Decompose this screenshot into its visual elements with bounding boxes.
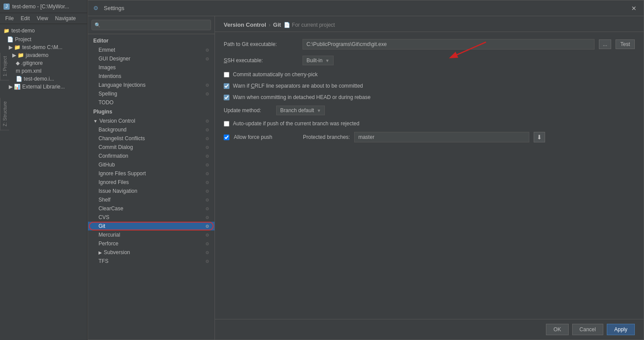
search-input[interactable] [91, 20, 211, 30]
apply-button[interactable]: Apply [607, 324, 635, 335]
testdemo-label: ▶ 📁 test-demo C:\M... [9, 44, 63, 50]
project-icon: 📄 [284, 22, 290, 28]
tree-item-images[interactable]: Images [88, 63, 215, 72]
path-input[interactable] [303, 39, 595, 50]
tree-item-github[interactable]: GitHub ⚙ [88, 160, 215, 169]
tree-item-confirmation[interactable]: Confirmation ⚙ [88, 152, 215, 160]
tree-item-cvs[interactable]: CVS ⚙ [88, 213, 215, 222]
update-method-row: Update method: Branch default ▼ [224, 106, 635, 115]
tree-item-shelf[interactable]: Shelf ⚙ [88, 195, 215, 204]
ssh-dropdown[interactable]: Built-in ▼ [303, 56, 334, 65]
close-button[interactable]: ✕ [630, 4, 638, 13]
detached-head-label[interactable]: Warn when committing in detached HEAD or… [233, 94, 370, 100]
project-item-javademo[interactable]: ▶ 📁 javademo [0, 51, 87, 59]
tree-item-spelling[interactable]: Spelling ⚙ [88, 89, 215, 98]
protected-branches-input[interactable] [354, 132, 529, 142]
breadcrumb-separator: › [269, 22, 271, 28]
project-item-project[interactable]: 📄 Project [0, 35, 87, 43]
crlf-checkbox[interactable] [224, 83, 229, 89]
gh-settings-icon: ⚙ [205, 163, 209, 167]
tree-item-todo[interactable]: TODO [88, 98, 215, 107]
cvs-settings-icon: ⚙ [205, 215, 209, 220]
tree-item-ignored-files[interactable]: Ignored Files ⚙ [88, 178, 215, 187]
ide-title-text: test-demo - [C:\MyWor... [12, 4, 69, 10]
ellipsis-button[interactable]: ... [599, 39, 611, 49]
tree-item-subversion[interactable]: ▶ Subversion ⚙ [88, 248, 215, 257]
cherry-pick-row: Commit automatically on cherry-pick [224, 71, 635, 78]
protected-branches-button[interactable]: ⬇ [534, 132, 545, 142]
in-settings-icon: ⚙ [205, 189, 209, 194]
test-button[interactable]: Test [616, 39, 635, 49]
tree-item-git[interactable]: Git ⚙ [88, 222, 215, 230]
cd-settings-icon: ⚙ [205, 145, 209, 150]
tree-item-commit-dialog[interactable]: Commit Dialog ⚙ [88, 143, 215, 152]
side-tab-project[interactable]: 1: Project [0, 53, 9, 80]
path-label: Path to Git executable: [224, 41, 298, 47]
pom-label: m pom.xml [16, 68, 42, 74]
conf-settings-icon: ⚙ [205, 154, 209, 159]
tree-item-gui-designer[interactable]: GUI Designer ⚙ [88, 54, 215, 63]
li-settings-icon: ⚙ [205, 83, 209, 88]
tree-item-language-injections[interactable]: Language Injections ⚙ [88, 81, 215, 89]
auto-update-row: Auto-update if push of the current branc… [224, 120, 635, 127]
tree-item-tfs[interactable]: TFS ⚙ [88, 257, 215, 266]
tree-item-clearcase[interactable]: ClearCase ⚙ [88, 204, 215, 213]
tree-item-perforce[interactable]: Perforce ⚙ [88, 239, 215, 248]
project-item-testdemoi[interactable]: 📄 test-demo.i... [0, 75, 87, 83]
project-item-pom[interactable]: m pom.xml [0, 67, 87, 75]
project-label: 📄 Project [7, 36, 32, 42]
settings-left-panel: 🔍 Editor Emmet ⚙ GUI Designer ⚙ Images [88, 16, 215, 340]
git-item-wrapper: Git ⚙ [88, 222, 215, 230]
tree-item-mercurial[interactable]: Mercurial ⚙ [88, 230, 215, 239]
tree-item-issue-navigation[interactable]: Issue Navigation ⚙ [88, 187, 215, 195]
gitignore-label: ◆ .gitignore [16, 60, 43, 66]
settings-dialog: ⚙ Settings ✕ 🔍 Editor Emmet ⚙ GUI D [88, 0, 644, 340]
project-item-ext[interactable]: ▶ 📊 External Librarie... [0, 83, 87, 91]
tree-item-changelist-conflicts[interactable]: Changelist Conflicts ⚙ [88, 134, 215, 143]
bg-settings-icon: ⚙ [205, 128, 209, 132]
editor-section-header: Editor [88, 36, 215, 46]
cherry-pick-checkbox[interactable] [224, 72, 229, 78]
force-push-row: Allow force push Protected branches: ⬇ [224, 132, 635, 142]
auto-update-checkbox[interactable] [224, 121, 229, 127]
project-name: test-demo [11, 28, 35, 34]
tree-item-intentions[interactable]: Intentions [88, 72, 215, 81]
breadcrumb-current: Git [273, 21, 281, 28]
auto-update-label[interactable]: Auto-update if push of the current branc… [233, 120, 359, 127]
ok-button[interactable]: OK [546, 324, 568, 335]
tree-item-ignore-files[interactable]: Ignore Files Support ⚙ [88, 169, 215, 178]
git-path-row: Path to Git executable: ... Test [224, 39, 635, 50]
tree-item-background[interactable]: Background ⚙ [88, 125, 215, 134]
force-push-checkbox[interactable] [224, 135, 229, 140]
dialog-title-bar: ⚙ Settings ✕ [88, 0, 644, 16]
project-header: 📁 test-demo [0, 26, 87, 35]
crlf-row: Warn if CRLF line separators are about t… [224, 83, 635, 89]
menu-navigate[interactable]: Navigate [52, 14, 79, 22]
search-bar: 🔍 [88, 16, 215, 34]
force-push-label[interactable]: Allow force push [234, 134, 272, 140]
content-body: Path to Git executable: ... Test SSH exe… [215, 32, 644, 319]
protected-branches-label: Protected branches: [303, 134, 350, 140]
svn-settings-icon: ⚙ [205, 250, 209, 255]
side-tab-structure[interactable]: Z: Structure [0, 98, 9, 130]
vc-expand-arrow: ▼ [93, 119, 98, 124]
search-wrapper: 🔍 [91, 20, 211, 30]
ssh-value: Built-in [306, 57, 323, 64]
settings-tree: Editor Emmet ⚙ GUI Designer ⚙ Images Int… [88, 34, 215, 340]
project-item-testdemo[interactable]: ▶ 📁 test-demo C:\M... [0, 43, 87, 51]
project-item-gitignore[interactable]: ◆ .gitignore [0, 59, 87, 67]
cancel-button[interactable]: Cancel [572, 324, 603, 335]
ide-background: J test-demo - [C:\MyWor... File Edit Vie… [0, 0, 88, 340]
menu-view[interactable]: View [33, 14, 52, 22]
update-dropdown[interactable]: Branch default ▼ [276, 106, 325, 115]
cherry-pick-label[interactable]: Commit automatically on cherry-pick [233, 71, 317, 78]
tree-item-emmet[interactable]: Emmet ⚙ [88, 46, 215, 54]
detached-head-row: Warn when committing in detached HEAD or… [224, 94, 635, 100]
detached-head-checkbox[interactable] [224, 95, 229, 100]
ide-icon: J [4, 4, 10, 10]
update-dropdown-arrow: ▼ [317, 108, 321, 113]
menu-file[interactable]: File [2, 14, 17, 22]
menu-edit[interactable]: Edit [17, 14, 33, 22]
tree-item-version-control[interactable]: ▼ Version Control ⚙ [88, 117, 215, 125]
dialog-body: 🔍 Editor Emmet ⚙ GUI Designer ⚙ Images [88, 16, 644, 340]
